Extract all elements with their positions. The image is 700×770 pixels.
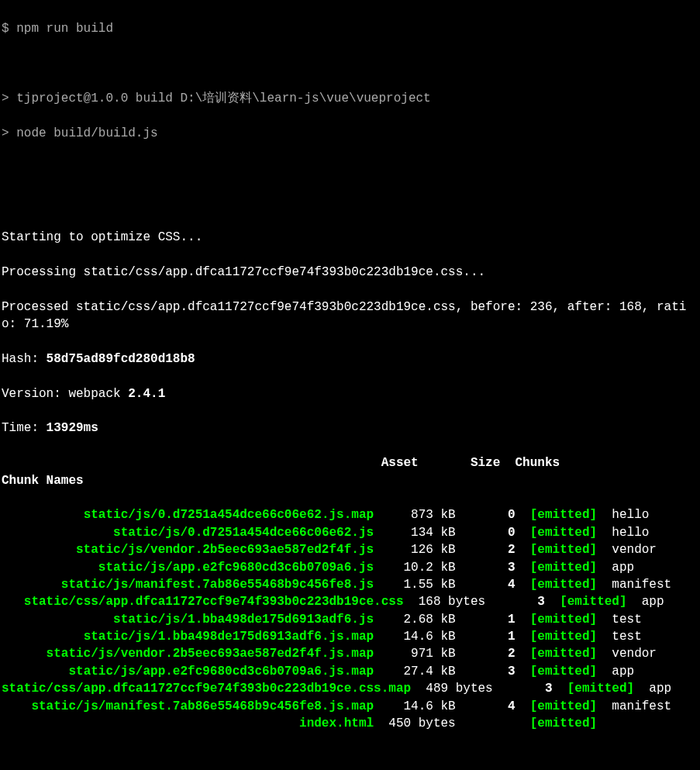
css-processed: Processed static/css/app.dfca11727ccf9e7… xyxy=(2,299,698,333)
asset-name: index.html xyxy=(2,716,374,730)
blank-line xyxy=(2,194,698,211)
asset-chunks: 3 xyxy=(485,595,560,609)
emitted-flag: [emitted] xyxy=(530,613,597,627)
asset-name: static/css/app.dfca11727ccf9e74f393b0c22… xyxy=(2,682,411,696)
emitted-flag: [emitted] xyxy=(530,647,597,661)
emitted-flag: [emitted] xyxy=(530,578,597,592)
version-line: Version: webpack 2.4.1 xyxy=(2,385,698,402)
asset-size: 2.68 kB xyxy=(374,613,456,627)
asset-chunks: 0 xyxy=(456,508,530,522)
asset-name: static/js/1.bba498de175d6913adf6.js.map xyxy=(2,630,374,644)
asset-size: 134 kB xyxy=(374,526,456,540)
chunk-name: app xyxy=(627,595,664,609)
emitted-flag: [emitted] xyxy=(530,561,597,575)
asset-chunks: 3 xyxy=(456,561,530,575)
asset-size: 450 bytes xyxy=(374,716,456,730)
asset-name: static/js/vendor.2b5eec693ae587ed2f4f.js xyxy=(2,543,374,557)
chunk-name: manifest xyxy=(597,578,671,592)
asset-row: static/js/vendor.2b5eec693ae587ed2f4f.js… xyxy=(2,541,698,558)
emitted-flag: [emitted] xyxy=(530,665,597,678)
chunk-name: test xyxy=(597,613,642,627)
asset-size: 14.6 kB xyxy=(374,630,456,644)
asset-row: static/js/1.bba498de175d6913adf6.js.map … xyxy=(2,628,698,645)
css-processing: Processing static/css/app.dfca11727ccf9e… xyxy=(2,264,698,281)
asset-size: 168 bytes xyxy=(404,595,486,609)
asset-row: static/js/1.bba498de175d6913adf6.js 2.68… xyxy=(2,611,698,628)
asset-chunks: 3 xyxy=(456,665,530,678)
asset-size: 10.2 kB xyxy=(374,561,456,575)
emitted-flag: [emitted] xyxy=(567,682,634,696)
asset-chunks: 2 xyxy=(456,647,530,661)
asset-size: 489 bytes xyxy=(411,682,493,696)
asset-row: static/js/0.d7251a454dce66c06e62.js 134 … xyxy=(2,524,698,541)
asset-row: static/js/app.e2fc9680cd3c6b0709a6.js.ma… xyxy=(2,663,698,680)
chunk-name: hello xyxy=(597,526,649,540)
asset-name: static/js/manifest.7ab86e55468b9c456fe8.… xyxy=(2,578,374,592)
asset-row: index.html 450 bytes [emitted] xyxy=(2,715,698,732)
emitted-flag: [emitted] xyxy=(530,699,597,713)
emitted-flag: [emitted] xyxy=(530,526,597,540)
asset-table: static/js/0.d7251a454dce66c06e62.js.map … xyxy=(2,506,698,732)
npm-script-header: > tjproject@1.0.0 build D:\培训资料\learn-js… xyxy=(2,90,698,107)
asset-name: static/js/1.bba498de175d6913adf6.js xyxy=(2,613,374,627)
emitted-flag: [emitted] xyxy=(530,716,597,730)
asset-name: static/js/app.e2fc9680cd3c6b0709a6.js.ma… xyxy=(2,665,374,678)
asset-row: static/js/0.d7251a454dce66c06e62.js.map … xyxy=(2,506,698,523)
asset-name: static/js/0.d7251a454dce66c06e62.js.map xyxy=(2,508,374,522)
asset-row: static/js/manifest.7ab86e55468b9c456fe8.… xyxy=(2,698,698,715)
time-line: Time: 13929ms xyxy=(2,420,698,437)
chunk-name: app xyxy=(597,665,634,678)
chunk-name: app xyxy=(597,561,634,575)
asset-size: 126 kB xyxy=(374,543,456,557)
asset-name: static/js/manifest.7ab86e55468b9c456fe8.… xyxy=(2,699,374,713)
asset-name: static/css/app.dfca11727ccf9e74f393b0c22… xyxy=(2,595,404,609)
asset-chunks: 2 xyxy=(456,543,530,557)
asset-row: static/css/app.dfca11727ccf9e74f393b0c22… xyxy=(2,680,698,697)
emitted-flag: [emitted] xyxy=(560,595,626,609)
asset-row: static/js/vendor.2b5eec693ae587ed2f4f.js… xyxy=(2,645,698,662)
asset-chunks: 1 xyxy=(456,613,530,627)
asset-row: static/js/app.e2fc9680cd3c6b0709a6.js 10… xyxy=(2,559,698,576)
asset-chunks: 1 xyxy=(456,630,530,644)
asset-chunks xyxy=(456,716,530,730)
command-prompt: $ npm run build xyxy=(2,20,698,37)
table-header: Asset Size Chunks Chunk Names xyxy=(2,454,698,489)
chunk-name: hello xyxy=(597,508,649,522)
npm-script-command: > node build/build.js xyxy=(2,125,698,142)
chunk-name: test xyxy=(597,630,642,644)
asset-row: static/js/manifest.7ab86e55468b9c456fe8.… xyxy=(2,576,698,593)
hash-line: Hash: 58d75ad89fcd280d18b8 xyxy=(2,350,698,368)
asset-chunks: 4 xyxy=(456,578,530,592)
blank-line xyxy=(2,55,698,72)
terminal-output[interactable]: $ npm run build > tjproject@1.0.0 build … xyxy=(0,0,700,770)
asset-row: static/css/app.dfca11727ccf9e74f393b0c22… xyxy=(2,593,698,610)
asset-name: static/js/vendor.2b5eec693ae587ed2f4f.js… xyxy=(2,647,374,661)
asset-size: 1.55 kB xyxy=(374,578,456,592)
emitted-flag: [emitted] xyxy=(530,630,597,644)
asset-chunks: 3 xyxy=(493,682,567,696)
asset-name: static/js/app.e2fc9680cd3c6b0709a6.js xyxy=(2,561,374,575)
chunk-name: vendor xyxy=(597,543,657,557)
chunk-name: app xyxy=(634,682,671,696)
asset-size: 14.6 kB xyxy=(374,699,456,713)
blank-line xyxy=(2,160,698,177)
chunk-name: vendor xyxy=(597,647,657,661)
blank-line xyxy=(2,750,698,767)
asset-size: 971 kB xyxy=(374,647,456,661)
asset-size: 873 kB xyxy=(374,508,456,522)
asset-name: static/js/0.d7251a454dce66c06e62.js xyxy=(2,526,374,540)
asset-size: 27.4 kB xyxy=(374,665,456,678)
emitted-flag: [emitted] xyxy=(530,508,597,522)
css-optimize-start: Starting to optimize CSS... xyxy=(2,229,698,246)
asset-chunks: 0 xyxy=(456,526,530,540)
chunk-name: manifest xyxy=(597,699,671,713)
emitted-flag: [emitted] xyxy=(530,543,597,557)
asset-chunks: 4 xyxy=(456,699,530,713)
